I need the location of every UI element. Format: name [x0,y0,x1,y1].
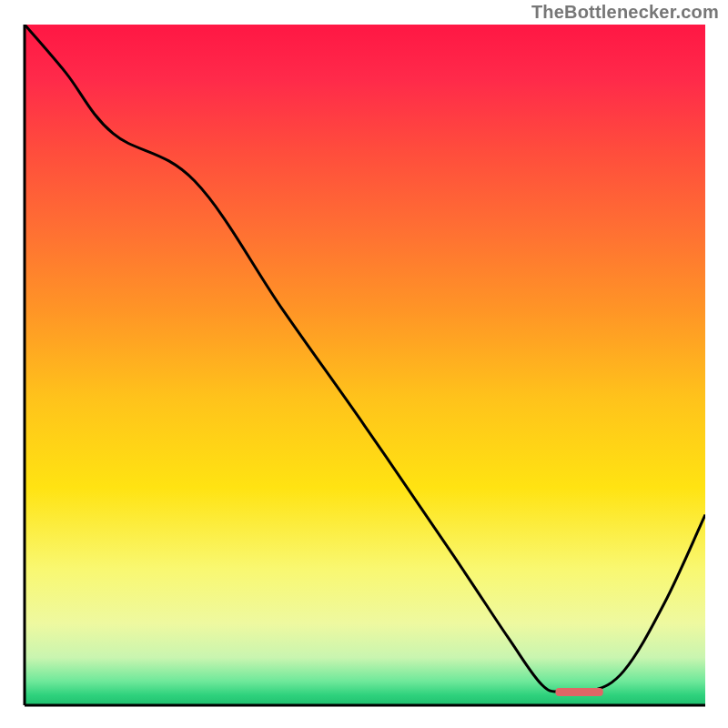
chart-svg [0,0,728,728]
bottleneck-chart: TheBottlenecker.com [0,0,728,728]
optimal-range-marker [555,688,602,696]
watermark-label: TheBottlenecker.com [531,2,719,23]
gradient-background [25,25,705,705]
